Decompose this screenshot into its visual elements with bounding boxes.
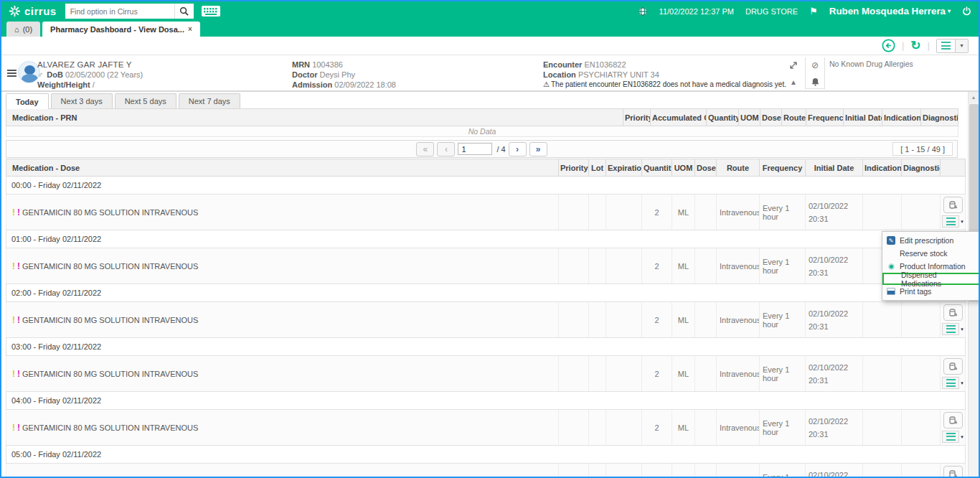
view-options-dropdown-button[interactable]: ▾: [956, 39, 969, 53]
prn-column-header: Diagnostic: [921, 109, 958, 126]
scroll-up-arrow[interactable]: ▲: [969, 92, 979, 103]
refresh-icon[interactable]: ↻: [910, 39, 920, 52]
brand-name: cirrus: [24, 5, 57, 17]
tab-pharmacy-dashboard[interactable]: Pharmacy Dashboard - View Dosa... ×: [42, 22, 200, 37]
medication-row: !!GENTAMICIN 80 MG SOLUTION INTRAVENOUS2…: [6, 356, 966, 392]
chevron-down-icon[interactable]: ▾: [961, 434, 963, 440]
menu-item-label: Dispensed Medications: [901, 271, 976, 288]
back-button[interactable]: [882, 39, 895, 52]
dose-cell: [695, 195, 717, 230]
last-page-button[interactable]: »: [529, 142, 547, 156]
actions-cell: ▾: [941, 464, 966, 477]
menu-item-edit-prescription[interactable]: ✎Edit prescription: [882, 234, 979, 247]
row-menu-button[interactable]: [942, 323, 959, 335]
top-right-status: 11/02/2022 12:37 PM DRUG STORE ⚑ Ruben M…: [638, 6, 971, 17]
no-allergy-icon[interactable]: ⊘: [806, 59, 824, 72]
time-group-row: 05:00 - Friday 02/11/2022: [6, 446, 966, 464]
dispense-button[interactable]: [943, 197, 963, 213]
virtual-keyboard-button[interactable]: [201, 4, 224, 19]
search-input[interactable]: [65, 4, 174, 19]
next-page-button[interactable]: ›: [509, 142, 527, 156]
row-menu-button[interactable]: [942, 431, 959, 443]
quantity-cell: 2: [642, 464, 672, 477]
priority-cell: [559, 195, 589, 230]
keyboard-icon: [201, 5, 221, 17]
dose-column-header: Route: [717, 159, 760, 177]
row-menu-button[interactable]: [942, 377, 959, 389]
menu-item-dispensed-medications[interactable]: Dispensed Medications: [882, 273, 979, 285]
weight-height-value: /: [93, 80, 95, 89]
dispense-button[interactable]: [943, 466, 963, 477]
first-page-button[interactable]: «: [416, 142, 434, 156]
tab-title: Pharmacy Dashboard - View Dosa...: [50, 25, 184, 34]
patient-admin-info: MRN 1004386 Doctor Deysi Phy Admission 0…: [292, 60, 396, 90]
search-button[interactable]: [174, 4, 194, 19]
dose-column-header: Diagnostic: [902, 159, 941, 177]
patient-menu-icon[interactable]: [7, 70, 17, 77]
user-menu-button[interactable]: Ruben Mosqueda Herrera ▾: [829, 6, 951, 17]
route-cell: Intravenous: [717, 410, 760, 446]
prn-column-header: Quantity: [707, 109, 739, 126]
dose-cell: [695, 464, 717, 477]
priority-warning-icon: !: [12, 261, 15, 271]
dose-column-header: Priority: [559, 159, 589, 177]
diagnostic-cell: [902, 302, 941, 338]
row-menu-button[interactable]: [942, 215, 959, 228]
day-tab-today[interactable]: Today: [6, 93, 49, 109]
home-tab[interactable]: ⌂ (0): [6, 22, 40, 37]
route-cell: Intravenous: [717, 356, 760, 392]
diagnostic-cell: [902, 464, 941, 477]
page-number-input[interactable]: [458, 143, 492, 155]
chevron-down-icon[interactable]: ▾: [961, 380, 963, 386]
prn-column-header: Dose: [760, 109, 782, 126]
expand-icon[interactable]: [785, 59, 802, 72]
mrn-label: MRN: [292, 60, 310, 69]
back-arrow-icon: [882, 39, 895, 52]
diagnostic-cell: [902, 356, 941, 392]
logout-power-button[interactable]: [962, 6, 971, 16]
prn-column-header: Accumulated Qty: [651, 109, 707, 126]
priority-warning-icon: !: [12, 207, 15, 217]
row-context-menu: ✎Edit prescriptionReserve stockProduct I…: [882, 231, 979, 301]
prev-page-button[interactable]: ‹: [437, 142, 455, 156]
row-menu-group: ▾: [942, 215, 963, 228]
lot-cell: [589, 356, 606, 392]
close-icon[interactable]: ×: [188, 25, 192, 33]
initial-time: 20:31: [809, 266, 859, 279]
admission-label: Admission: [292, 80, 332, 89]
alert-triangle-icon[interactable]: ▲: [785, 75, 802, 88]
dispense-button[interactable]: [943, 358, 963, 375]
flag-icon[interactable]: ⚑: [809, 6, 818, 17]
chevron-down-icon[interactable]: ▾: [961, 219, 963, 225]
day-tab-next-7-days[interactable]: Next 7 days: [179, 93, 240, 108]
menu-item-label: Reserve stock: [900, 249, 948, 258]
day-tab-next-3-days[interactable]: Next 3 days: [51, 93, 113, 108]
allergy-status-text: No Known Drug Allergies: [829, 60, 913, 68]
bell-icon[interactable]: [806, 75, 824, 88]
diagnosis-warning-text: The patient encounter EN1036822 does not…: [551, 80, 786, 88]
list-icon: [946, 379, 956, 387]
dashboard-main: TodayNext 3 daysNext 5 daysNext 7 days M…: [1, 92, 979, 477]
expand-arrows-icon: [789, 61, 798, 70]
initial-date: 02/10/2022: [809, 469, 859, 477]
diagnostic-cell: [902, 410, 941, 446]
app-tab-bar: ⌂ (0) Pharmacy Dashboard - View Dosa... …: [1, 21, 979, 37]
quantity-cell: 2: [642, 356, 672, 392]
route-cell: Intravenous: [717, 464, 760, 477]
dispense-button[interactable]: [943, 304, 963, 321]
time-group-row: 04:00 - Friday 02/11/2022: [6, 392, 966, 410]
view-options-group: ▾: [936, 39, 969, 53]
priority-cell: [559, 302, 589, 338]
chevron-down-icon[interactable]: ▾: [961, 327, 963, 332]
initial-date-cell: 02/10/202220:31: [806, 302, 863, 338]
dose-column-header: Quantity: [642, 159, 672, 177]
lot-cell: [589, 248, 606, 284]
priority-warning-icon: !: [12, 477, 15, 477]
menu-item-reserve-stock[interactable]: Reserve stock: [882, 247, 979, 260]
medication-name: GENTAMICIN 80 MG SOLUTION INTRAVENOUS: [22, 370, 198, 378]
globe-icon: [638, 6, 648, 17]
dispense-button[interactable]: [943, 412, 963, 428]
day-tab-next-5-days[interactable]: Next 5 days: [115, 93, 176, 108]
language-globe-button[interactable]: [638, 6, 648, 17]
list-view-button[interactable]: [936, 39, 956, 53]
